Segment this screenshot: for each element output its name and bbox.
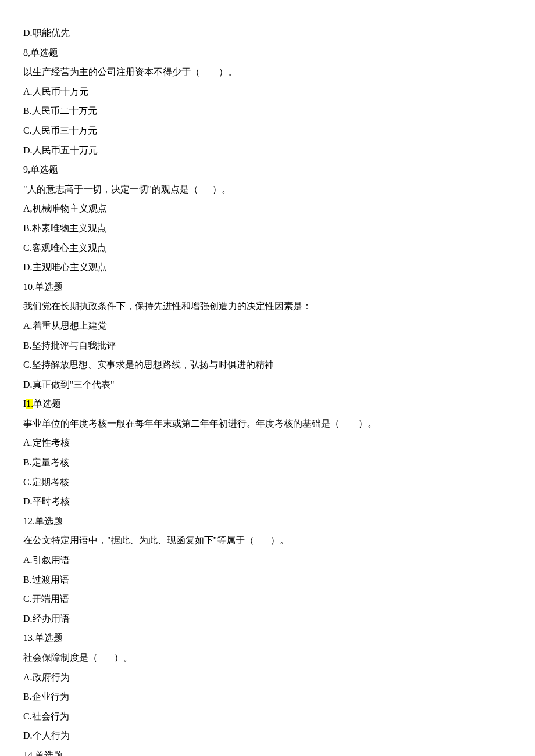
text-line: 9,单选题	[23, 160, 512, 180]
text-line: D.经办用语	[23, 609, 512, 629]
text-line: D.平时考核	[23, 492, 512, 511]
text-line: A.政府行为	[23, 668, 512, 687]
text-line: 12.单选题	[23, 511, 512, 531]
text-line: B.过渡用语	[23, 570, 512, 590]
text-line: 13.单选题	[23, 628, 512, 648]
text-line: 我们党在长期执政条件下，保持先进性和增强创造力的决定性因素是：	[23, 296, 512, 316]
text-line: 以生产经营为主的公司注册资本不得少于（ ）。	[23, 62, 512, 82]
document-body: D.职能优先8,单选题以生产经营为主的公司注册资本不得少于（ ）。A.人民币十万…	[23, 23, 512, 756]
text-line: D.职能优先	[23, 23, 512, 43]
text-line: D.个人行为	[23, 726, 512, 746]
text-line: C.定期考核	[23, 472, 512, 492]
text-line: A,机械唯物主义观点	[23, 199, 512, 218]
text-line: A.引叙用语	[23, 550, 512, 570]
text-line: B.企业行为	[23, 687, 512, 707]
text-line: B.人民币二十万元	[23, 101, 512, 121]
text-line: 社会保障制度是（ ）。	[23, 648, 512, 668]
text-line: B.朴素唯物主义观点	[23, 218, 512, 238]
text-line: 8,单选题	[23, 43, 512, 63]
text-line: A.人民币十万元	[23, 82, 512, 102]
text-line: 10.单选题	[23, 277, 512, 297]
text-line: C.开端用语	[23, 589, 512, 609]
text-line: A.定性考核	[23, 433, 512, 453]
line-suffix: 单选题	[33, 399, 61, 409]
text-line: C.坚持解放思想、实事求是的思想路线，弘扬与时俱进的精神	[23, 355, 512, 375]
text-line: A.着重从思想上建党	[23, 316, 512, 336]
text-line: 在公文特定用语中，"据此、为此、现函复如下"等属于（ ）。	[23, 531, 512, 550]
text-line: D.主观唯心主义观点	[23, 257, 512, 277]
text-line: 14.单选题	[23, 746, 512, 756]
text-line: C.社会行为	[23, 707, 512, 726]
text-line: I1.单选题	[23, 394, 512, 414]
text-line: 事业单位的年度考核一般在每年年末或第二年年初进行。年度考核的基础是（ ）。	[23, 414, 512, 433]
text-line: B.定量考核	[23, 453, 512, 472]
text-line: D.人民币五十万元	[23, 141, 512, 160]
text-line: B.坚持批评与自我批评	[23, 336, 512, 356]
text-line: D.真正做到"三个代表"	[23, 375, 512, 395]
text-line: C.人民币三十万元	[23, 121, 512, 141]
text-line: "人的意志高于一切，决定一切"的观点是（ ）。	[23, 180, 512, 199]
highlighted-text: 1.	[26, 399, 33, 409]
text-line: C.客观唯心主义观点	[23, 238, 512, 258]
